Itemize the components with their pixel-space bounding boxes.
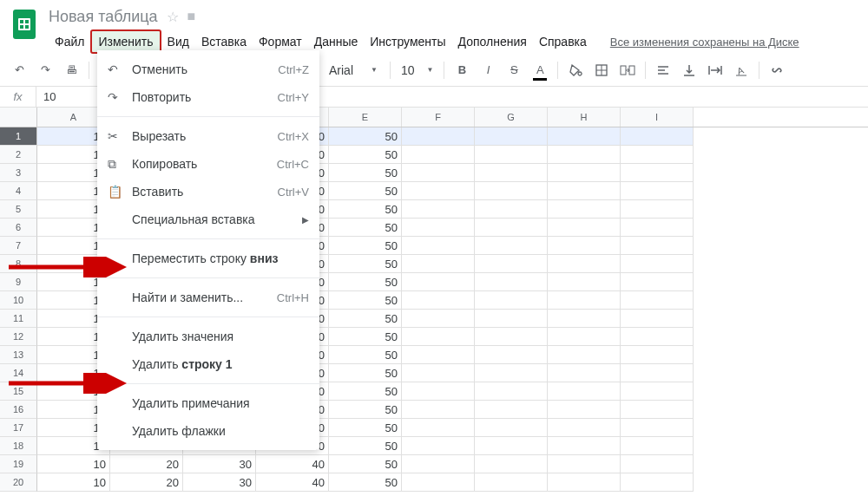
menu-item[interactable]: ⧉КопироватьCtrl+C (97, 150, 319, 178)
menu-item[interactable]: Удалить строку 1 (97, 350, 319, 378)
cell[interactable] (402, 127, 475, 146)
cell[interactable] (621, 364, 694, 382)
font-size-select[interactable]: 10▼ (396, 59, 439, 82)
menu-вид[interactable]: Вид (161, 31, 195, 52)
cell[interactable] (402, 219, 475, 237)
menu-item[interactable]: Удалить примечания (97, 389, 319, 417)
cell[interactable] (475, 146, 548, 164)
cell[interactable] (621, 346, 694, 364)
cell[interactable]: 50 (329, 182, 402, 200)
cell[interactable] (548, 273, 621, 291)
col-header[interactable]: F (402, 108, 475, 127)
menu-формат[interactable]: Формат (253, 31, 308, 52)
cell[interactable] (402, 200, 475, 219)
row-header[interactable]: 19 (0, 455, 37, 473)
cell[interactable]: 10 (37, 473, 110, 492)
cell[interactable] (475, 237, 548, 255)
row-header[interactable]: 5 (0, 200, 37, 219)
menu-данные[interactable]: Данные (308, 31, 365, 52)
bold-button[interactable]: B (450, 58, 474, 82)
cell[interactable]: 50 (329, 382, 402, 401)
cell[interactable] (548, 200, 621, 219)
cell[interactable]: 10 (37, 455, 110, 473)
cell[interactable] (548, 255, 621, 273)
redo-icon[interactable]: ↷ (33, 58, 57, 82)
cell[interactable]: 50 (329, 473, 402, 492)
menu-вставка[interactable]: Вставка (195, 31, 253, 52)
save-status[interactable]: Все изменения сохранены на Диске (610, 36, 799, 49)
cell[interactable] (475, 364, 548, 382)
menu-item[interactable]: Специальная вставка▶ (97, 206, 319, 233)
cell[interactable] (548, 127, 621, 146)
cell[interactable] (548, 328, 621, 346)
row-header[interactable]: 12 (0, 328, 37, 346)
menu-дополнения[interactable]: Дополнения (452, 31, 533, 52)
select-all-corner[interactable] (0, 108, 37, 127)
cell[interactable] (402, 364, 475, 382)
row-header[interactable]: 17 (0, 419, 37, 437)
link-button[interactable] (765, 58, 789, 82)
cell[interactable] (548, 182, 621, 200)
menu-item[interactable]: ↶ОтменитьCtrl+Z (97, 55, 319, 83)
menu-item[interactable]: Удалить значения (97, 323, 319, 350)
cell[interactable] (402, 473, 475, 492)
cell[interactable] (402, 310, 475, 328)
cell[interactable] (402, 182, 475, 200)
cell[interactable] (402, 419, 475, 437)
italic-button[interactable]: I (476, 58, 500, 82)
doc-title[interactable]: Новая таблица (49, 8, 158, 26)
col-header[interactable]: E (329, 108, 402, 127)
cell[interactable]: 50 (329, 273, 402, 291)
app-logo[interactable] (7, 7, 42, 42)
cell[interactable] (475, 382, 548, 401)
strikethrough-button[interactable]: S (502, 58, 526, 82)
cell[interactable] (548, 164, 621, 182)
cell[interactable]: 50 (329, 328, 402, 346)
menu-item[interactable]: ↷ПовторитьCtrl+Y (97, 83, 319, 111)
cell[interactable] (475, 455, 548, 473)
halign-button[interactable] (651, 58, 675, 82)
cell[interactable] (402, 146, 475, 164)
cell[interactable]: 50 (329, 237, 402, 255)
cell[interactable]: 50 (329, 437, 402, 455)
cell[interactable]: 50 (329, 455, 402, 473)
cell[interactable] (475, 346, 548, 364)
cell[interactable] (548, 346, 621, 364)
menu-item[interactable]: Удалить флажки (97, 417, 319, 445)
cell[interactable] (548, 401, 621, 419)
cell[interactable] (621, 328, 694, 346)
col-header[interactable]: H (548, 108, 621, 127)
menu-item[interactable]: Найти и заменить...Ctrl+H (97, 284, 319, 311)
row-header[interactable]: 6 (0, 219, 37, 237)
cell[interactable] (402, 401, 475, 419)
row-header[interactable]: 18 (0, 437, 37, 455)
cell[interactable] (621, 164, 694, 182)
cell[interactable] (402, 255, 475, 273)
print-icon[interactable]: 🖶 (59, 58, 83, 82)
menu-инструменты[interactable]: Инструменты (364, 31, 451, 52)
cell[interactable]: 50 (329, 291, 402, 310)
cell[interactable] (621, 473, 694, 492)
cell[interactable] (548, 437, 621, 455)
row-header[interactable]: 4 (0, 182, 37, 200)
cell[interactable] (402, 346, 475, 364)
cell[interactable] (621, 437, 694, 455)
folder-icon[interactable]: ■ (187, 9, 196, 24)
cell[interactable] (621, 127, 694, 146)
fill-color-button[interactable] (563, 58, 588, 82)
cell[interactable]: 50 (329, 127, 402, 146)
row-header[interactable]: 7 (0, 237, 37, 255)
row-header[interactable]: 1 (0, 127, 37, 146)
undo-icon[interactable]: ↶ (7, 58, 31, 82)
menu-файл[interactable]: Файл (49, 31, 90, 52)
row-header[interactable]: 20 (0, 473, 37, 492)
cell[interactable] (621, 291, 694, 310)
row-header[interactable]: 16 (0, 401, 37, 419)
valign-button[interactable] (677, 58, 701, 82)
cell[interactable] (548, 310, 621, 328)
menu-item[interactable]: 📋ВставитьCtrl+V (97, 178, 319, 206)
cell[interactable] (548, 455, 621, 473)
cell[interactable] (621, 273, 694, 291)
cell[interactable]: 50 (329, 419, 402, 437)
row-header[interactable]: 10 (0, 291, 37, 310)
